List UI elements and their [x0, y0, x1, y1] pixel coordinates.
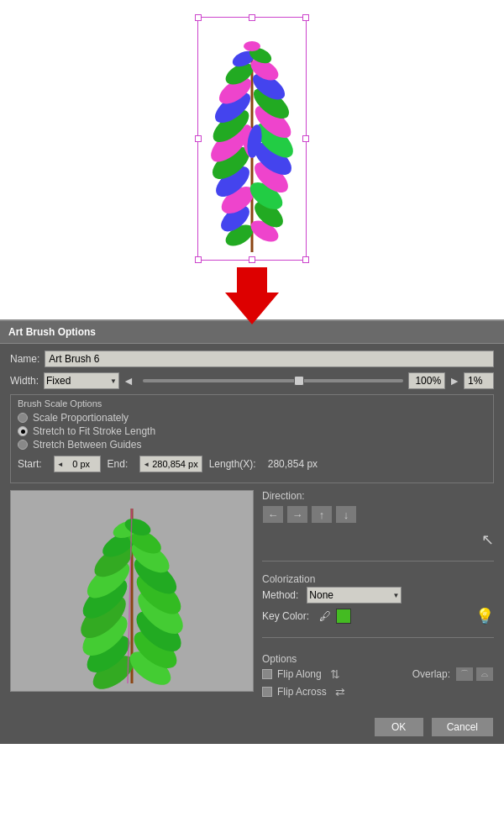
divider-1 — [262, 561, 494, 561]
radio-stretch-fit[interactable]: Stretch to Fit Stroke Length — [18, 425, 486, 437]
radio-dot-scale-prop — [18, 413, 28, 423]
cancel-button[interactable]: Cancel — [431, 717, 494, 737]
overlap-buttons: ⌒ ⌓ — [455, 667, 494, 682]
handle-bl[interactable] — [195, 256, 202, 263]
width-left-arrow: ◄ — [123, 374, 134, 388]
flip-along-row: Flip Along ⇅ Overlap: ⌒ ⌓ — [262, 667, 494, 682]
eyedropper-icon[interactable]: 🖋 — [319, 609, 331, 623]
width-right-arrow: ► — [449, 374, 460, 388]
width-small-input[interactable] — [464, 372, 494, 389]
plant-selection — [197, 17, 307, 261]
flip-across-icon: ⇄ — [335, 685, 345, 699]
flip-along-icon: ⇅ — [330, 667, 340, 681]
options-section: Options Flip Along ⇅ Overlap: ⌒ ⌓ — [262, 653, 494, 702]
canvas-area — [0, 0, 504, 319]
start-decrement[interactable]: ◄ — [56, 461, 65, 468]
handle-br[interactable] — [302, 256, 309, 263]
colorization-label: Colorization — [262, 573, 494, 585]
direction-label: Direction: — [262, 490, 494, 502]
method-select-wrapper: None Tints Tints and Shades Hue Shift — [307, 587, 402, 604]
down-arrow — [225, 267, 279, 324]
width-row: Width: Fixed ◄ ► — [10, 372, 494, 389]
method-select[interactable]: None Tints Tints and Shades Hue Shift — [307, 587, 402, 604]
start-label: Start: — [18, 458, 42, 470]
end-spinbox[interactable]: ◄ 280,854 px — [139, 456, 202, 472]
radio-stretch-between[interactable]: Stretch Between Guides — [18, 439, 486, 451]
end-label: End: — [108, 458, 129, 470]
selection-box — [197, 17, 307, 261]
handle-tc[interactable] — [249, 14, 255, 21]
overlap-btn-1[interactable]: ⌒ — [455, 667, 474, 682]
flip-along-label: Flip Along — [277, 668, 322, 680]
preview-box — [10, 490, 254, 692]
brush-scale-group: Brush Scale Options Scale Proportionatel… — [10, 394, 494, 483]
flip-across-label: Flip Across — [277, 686, 327, 698]
divider-2 — [262, 637, 494, 638]
options-label: Options — [262, 653, 494, 665]
method-label: Method: — [262, 589, 298, 601]
dir-btn-down[interactable]: ↓ — [335, 505, 357, 524]
method-row: Method: None Tints Tints and Shades Hue … — [262, 587, 494, 604]
art-brush-dialog: Art Brush Options Name: Width: Fixed ◄ ► — [0, 319, 504, 744]
start-spinbox[interactable]: ◄ 0 px — [54, 456, 101, 472]
handle-ml[interactable] — [195, 135, 202, 142]
width-select-wrapper: Fixed — [44, 372, 119, 389]
dialog-title: Art Brush Options — [0, 321, 504, 344]
tip-icon: 💡 — [475, 607, 494, 625]
dialog-body: Name: Width: Fixed ◄ ► Brush Scale Opt — [0, 344, 504, 710]
ok-button[interactable]: OK — [374, 717, 424, 737]
name-input[interactable] — [45, 351, 494, 367]
radio-label-stretch-fit: Stretch to Fit Stroke Length — [33, 425, 155, 437]
cursor-area: ↖ — [262, 530, 494, 549]
radio-dot-stretch-between — [18, 440, 28, 450]
handle-tl[interactable] — [195, 14, 202, 21]
flip-across-checkbox[interactable] — [262, 687, 272, 697]
overlap-btn-2[interactable]: ⌓ — [475, 667, 494, 682]
right-panel: Direction: ← → ↑ ↓ ↖ Colorization — [262, 490, 494, 702]
key-color-swatch[interactable] — [336, 609, 351, 624]
dir-btn-up[interactable]: ↑ — [311, 505, 333, 524]
direction-buttons: ← → ↑ ↓ — [262, 505, 494, 524]
width-select[interactable]: Fixed — [44, 372, 119, 389]
radio-label-scale-prop: Scale Proportionately — [33, 412, 129, 424]
start-value: 0 px — [65, 459, 98, 469]
flip-across-row: Flip Across ⇄ — [262, 685, 494, 699]
key-color-label: Key Color: — [262, 610, 309, 622]
name-label: Name: — [10, 353, 39, 365]
length-label: Length(X): — [209, 458, 256, 470]
length-value: 280,854 px — [268, 458, 318, 470]
name-row: Name: — [10, 351, 494, 367]
handle-mr[interactable] — [302, 135, 309, 142]
width-label: Width: — [10, 375, 39, 387]
main-content: Direction: ← → ↑ ↓ ↖ Colorization — [10, 490, 494, 702]
start-end-row: Start: ◄ 0 px End: ◄ 280,854 px Length(X… — [18, 456, 486, 472]
radio-dot-stretch-fit — [18, 426, 28, 436]
radio-label-stretch-between: Stretch Between Guides — [33, 439, 141, 451]
end-decrement[interactable]: ◄ — [142, 461, 150, 468]
radio-scale-proportionately[interactable]: Scale Proportionately — [18, 412, 486, 424]
dir-btn-left[interactable]: ← — [262, 505, 284, 524]
brush-scale-label: Brush Scale Options — [18, 398, 486, 409]
cursor-icon: ↖ — [481, 531, 494, 548]
dir-btn-right[interactable]: → — [286, 505, 308, 524]
dialog-footer: OK Cancel — [0, 710, 504, 744]
preview-svg — [14, 492, 249, 690]
end-value: 280,854 px — [150, 459, 199, 469]
colorization-section: Colorization Method: None Tints Tints an… — [262, 573, 494, 625]
direction-section: Direction: ← → ↑ ↓ ↖ — [262, 490, 494, 549]
width-pct-input[interactable] — [408, 372, 445, 389]
overlap-label: Overlap: — [412, 668, 450, 680]
width-slider[interactable] — [143, 379, 403, 382]
flip-along-checkbox[interactable] — [262, 669, 272, 679]
handle-tr[interactable] — [302, 14, 309, 21]
key-color-row: Key Color: 🖋 💡 — [262, 607, 494, 625]
handle-bc[interactable] — [249, 256, 255, 263]
